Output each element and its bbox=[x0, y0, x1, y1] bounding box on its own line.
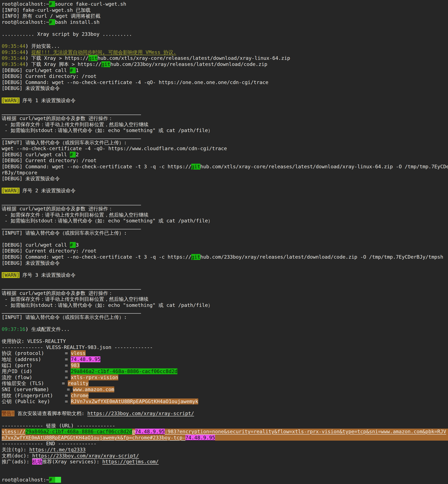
terminal-line: root@localhost:~# source fake-curl-wget.… bbox=[2, 1, 448, 7]
text: 1 bbox=[76, 67, 79, 73]
share-url[interactable]: @ bbox=[132, 429, 135, 435]
share-url[interactable]: n7vxZwfYXE0mAtU8BRpEAPGGtKH4aO1oujawemyk… bbox=[2, 435, 185, 441]
text: 协议 (protocol) = bbox=[2, 350, 71, 356]
hash-highlight: # bbox=[70, 152, 76, 157]
terminal-line: [WARN] 序号 2 未设置预设命令 bbox=[2, 188, 448, 194]
text: 使用协议: VLESS-REALITY bbox=[2, 338, 66, 344]
config-value: chrome bbox=[71, 393, 88, 399]
terminal-line: root@localhost:~# bash install.sh bbox=[2, 19, 448, 25]
terminal-line: [WARN] 序号 1 未设置预设命令 bbox=[2, 98, 448, 104]
url-link[interactable]: https://t.me/tg2333 bbox=[29, 447, 86, 453]
terminal-line: - 如需保存文件：请手动上传文件到目标位置，然后输入空行继续 bbox=[2, 212, 448, 218]
hash-highlight: # bbox=[49, 19, 55, 25]
terminal-line: [DEBUG] 未设置预设命令 bbox=[2, 260, 448, 266]
text: 请根据 curl/wget的原始命令及参数 进行操作： bbox=[2, 206, 113, 212]
text: [DEBUG] curl/wget call bbox=[2, 152, 70, 157]
text: - 如需输出到stdout：请输入替代命令（如: echo "something… bbox=[2, 302, 213, 308]
divider-line bbox=[2, 224, 141, 229]
text: 请根据 curl/wget的原始命令及参数 进行操作： bbox=[2, 115, 113, 121]
text: - 如需保存文件：请手动上传文件到目标位置，然后输入空行继续 bbox=[2, 296, 148, 302]
terminal-line: 指纹 (Fingerprint) = chrome bbox=[2, 393, 448, 399]
text: rBJy/tmpcore bbox=[2, 170, 37, 176]
text: - 如需输出到stdout：请输入替代命令（如: echo "something… bbox=[2, 218, 213, 224]
config-value: xtls-rprx-vision bbox=[71, 375, 118, 380]
terminal-line bbox=[2, 91, 448, 98]
terminal-line: 09:35:44) 开始安装... bbox=[2, 43, 448, 49]
terminal-line: 请根据 curl/wget的原始命令及参数 进行操作： bbox=[2, 290, 448, 296]
share-url[interactable]: :983?encryption=none&security=reality&fl… bbox=[165, 429, 446, 435]
config-value: reality bbox=[68, 380, 88, 386]
share-url-ip[interactable]: 74.48.9.95 bbox=[135, 429, 165, 435]
text: 2 bbox=[76, 152, 79, 157]
terminal-line: 09:37:16) 生成配置文件... bbox=[2, 326, 448, 332]
text: 请根据 curl/wget的原始命令及参数 进行操作： bbox=[2, 290, 113, 296]
share-url-uuid[interactable]: 29a846a2-c1bf-468a-8886-cacf06cc8d2d bbox=[25, 429, 132, 435]
terminal-line: 端口 (port) = 983 bbox=[2, 362, 448, 369]
text: -------------- 链接 (URL) ------------- bbox=[2, 423, 115, 429]
terminal-line: rBJy/tmpcore bbox=[2, 170, 448, 176]
terminal-line: - 如需输出到stdout：请输入替代命令（如: echo "something… bbox=[2, 302, 448, 308]
text: ) 下载 Xray > https:// bbox=[25, 55, 88, 61]
divider-line bbox=[2, 133, 141, 139]
terminal-line bbox=[2, 109, 448, 116]
timestamp: 09:35:44 bbox=[2, 49, 25, 55]
text: ) 生成配置文件... bbox=[25, 326, 70, 332]
terminal-line bbox=[2, 266, 448, 272]
url-link[interactable]: https://233boy.com/xray/xray-script/ bbox=[87, 410, 194, 416]
terminal-line: 警告! 首次安装请查看脚本帮助文档: https://233boy.com/xr… bbox=[2, 410, 448, 417]
terminal-line: 关注(tg): https://t.me/tg2333 bbox=[2, 447, 448, 453]
text: 序号 2 未设置预设命令 bbox=[20, 188, 76, 194]
divider-line bbox=[2, 284, 141, 290]
text: root@localhost:~ bbox=[2, 477, 49, 483]
cursor bbox=[55, 477, 61, 483]
text: wget --no-check-certificate -4 -qO- http… bbox=[2, 146, 227, 151]
text: ) bbox=[25, 49, 31, 55]
terminal-line: [DEBUG] curl/wget call # 3 bbox=[2, 242, 448, 248]
terminal-line: [DEBUG] Current directory: /root bbox=[2, 73, 448, 79]
hash-highlight: # bbox=[70, 67, 76, 73]
text: bash install.sh bbox=[55, 19, 100, 25]
terminal-line bbox=[2, 37, 448, 43]
terminal-line: SNI (serverName) = www.amazon.com bbox=[2, 386, 448, 393]
warn-badge: [WARN] bbox=[2, 272, 20, 278]
git-highlight: git bbox=[88, 55, 97, 61]
terminal-line: 使用协议: VLESS-REALITY bbox=[2, 338, 448, 344]
terminal-line: [DEBUG] curl/wget call # 2 bbox=[2, 152, 448, 158]
share-url[interactable]: vless:// bbox=[2, 429, 25, 435]
text: 流控 (flow) = bbox=[2, 375, 71, 380]
text: [INPUT] 请输入替代命令（或按回车表示文件已上传）: bbox=[2, 314, 127, 320]
config-value: 983 bbox=[71, 362, 80, 368]
terminal-line: 推广(ads): 机场推荐(Xray services): https://ge… bbox=[2, 459, 448, 465]
text: hub.com/xtls/xray-core/releases/latest/d… bbox=[200, 164, 448, 170]
terminal-line bbox=[2, 236, 448, 242]
terminal-line: n7vxZwfYXE0mAtU8BRpEAPGGtKH4aO1oujawemyk… bbox=[2, 435, 448, 441]
text: SNI (serverName) = bbox=[2, 386, 73, 392]
text: 3 bbox=[76, 242, 79, 248]
text: 文档(doc): bbox=[2, 453, 32, 459]
terminal-line: 流控 (flow) = xtls-rprx-vision bbox=[2, 375, 448, 381]
text: 指纹 (Fingerprint) = bbox=[2, 393, 71, 399]
config-value: vless bbox=[71, 350, 85, 356]
text: - 如需保存文件：请手动上传文件到目标位置，然后输入空行继续 bbox=[2, 212, 148, 218]
terminal-line bbox=[2, 320, 448, 326]
terminal-line bbox=[2, 224, 448, 230]
terminal-line bbox=[2, 332, 448, 338]
text: [INPUT] 请输入替代命令（或按回车表示文件已上传）: bbox=[2, 230, 127, 236]
terminal-line: 文档(doc): https://233boy.com/xray/xray-sc… bbox=[2, 453, 448, 459]
terminal-line bbox=[2, 278, 448, 284]
text: -------------- VLESS-REALITY-983.json --… bbox=[2, 344, 153, 350]
text: hub.com/233boy/xray/releases/latest/down… bbox=[200, 254, 443, 260]
config-value: RJVn7vxZwfYXE0mAtU8BRpEAPGGtKH4aO1oujawe… bbox=[71, 399, 198, 404]
url-link[interactable]: https://233boy.com/xray/xray-script/ bbox=[32, 453, 139, 459]
text: source fake-curl-wget.sh bbox=[55, 1, 126, 7]
divider-line bbox=[2, 109, 141, 115]
terminal-line: -------------- 链接 (URL) ------------- bbox=[2, 423, 448, 429]
terminal-line: 09:35:44) 下载 Xray 脚本 > https://github.co… bbox=[2, 61, 448, 67]
url-link[interactable]: https://getjms.com/ bbox=[102, 459, 159, 465]
text: 地址 (address) = bbox=[2, 356, 71, 362]
warn-badge: [WARN] bbox=[2, 188, 20, 194]
share-url-ip[interactable]: 74.48.9.95 bbox=[185, 435, 215, 441]
timestamp: 09:35:44 bbox=[2, 61, 25, 67]
terminal[interactable]: root@localhost:~# source fake-curl-wget.… bbox=[0, 0, 448, 484]
text: hub.com/233boy/xray/releases/latest/down… bbox=[110, 61, 267, 67]
